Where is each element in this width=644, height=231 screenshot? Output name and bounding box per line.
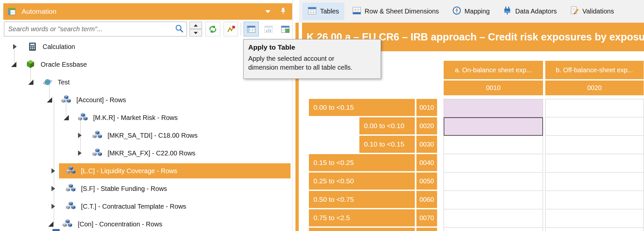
tree-item-sf-stable-funding[interactable]: [S.F] - Stable Funding - Rows	[3, 180, 292, 197]
table-cell[interactable]	[545, 136, 644, 154]
spinner-down-icon[interactable]	[190, 29, 202, 36]
table-cell[interactable]	[444, 173, 543, 191]
tree-item-label: [MKR_SA_FX] - C22.00 Rows	[108, 150, 195, 157]
dimension-icon	[92, 130, 103, 140]
partial-tree-icon	[52, 229, 60, 231]
expander-icon[interactable]	[48, 221, 53, 227]
row-header[interactable]: 0.15 to <0.25	[309, 154, 415, 171]
table-cell[interactable]	[545, 228, 644, 231]
row-header[interactable]: 0.00 to <0.15	[309, 99, 415, 116]
search-input[interactable]	[4, 25, 175, 33]
application-window: Automation	[0, 0, 644, 231]
tab-data-adaptors[interactable]: Data Adaptors	[497, 3, 562, 20]
column-code-a[interactable]: 0010	[444, 81, 543, 95]
table-cell-focused[interactable]	[444, 117, 543, 136]
expander-icon[interactable]	[51, 168, 55, 173]
row-header-partial[interactable]	[309, 228, 415, 231]
table-chart-button[interactable]	[261, 22, 276, 36]
table-cell[interactable]	[444, 154, 543, 173]
expander-icon[interactable]	[78, 150, 82, 156]
apply-to-table-button[interactable]	[244, 22, 259, 36]
expander-icon[interactable]	[64, 115, 69, 120]
tree-item-mkr-sa-tdi[interactable]: [MKR_SA_TDI] - C18.00 Rows	[3, 127, 292, 144]
refresh-button[interactable]	[205, 22, 220, 36]
row-header[interactable]: 0.75 to <2.5	[309, 209, 415, 226]
row-code[interactable]: 0060	[416, 191, 437, 208]
automation-panel-titlebar: Automation	[3, 3, 292, 20]
tree-item-label: [C.T.] - Contractual Template - Rows	[81, 203, 186, 210]
row-header[interactable]: 0.50 to <0.75	[309, 191, 415, 208]
panel-title: Automation	[22, 8, 56, 15]
table-cell[interactable]	[444, 136, 543, 154]
column-code-b[interactable]: 0020	[545, 81, 644, 95]
column-header-a[interactable]: a. On-balance sheet exp...	[444, 61, 543, 79]
search-spinner	[190, 22, 202, 36]
table-cell[interactable]	[545, 99, 644, 117]
table-cell[interactable]	[444, 228, 543, 231]
tab-tables[interactable]: Tables	[302, 3, 344, 20]
row-code[interactable]: 0070	[416, 209, 437, 226]
dimension-icon	[78, 113, 89, 123]
dimension-icon	[92, 148, 103, 158]
tree-item-mkr-market-risk[interactable]: [M.K.R] - Market Risk - Rows	[3, 109, 292, 127]
table-cell[interactable]	[444, 99, 543, 117]
table-cell[interactable]	[545, 117, 644, 136]
tab-mapping[interactable]: Mapping	[447, 3, 495, 20]
apply-to-table-tooltip: Apply to Table Apply the selected accoun…	[243, 39, 381, 79]
expander-icon[interactable]	[28, 80, 33, 85]
search-icon[interactable]	[175, 24, 184, 35]
expander-icon[interactable]	[78, 133, 82, 138]
table-cell[interactable]	[545, 191, 644, 209]
apply-to-sheet-button[interactable]	[278, 22, 292, 36]
tree-item-ct-contractual-template[interactable]: [C.T.] - Contractual Template - Rows	[3, 197, 292, 215]
row-code[interactable]: 0050	[416, 173, 437, 190]
tab-validations[interactable]: Validations	[565, 3, 619, 20]
expander-icon[interactable]	[51, 204, 55, 209]
search-box	[4, 22, 187, 36]
row-header[interactable]: 0.10 to <0.15	[359, 136, 415, 153]
breakpoint-button[interactable]	[224, 22, 238, 36]
tree-item-lc-liquidity-coverage[interactable]: [L.C] - Liquidity Coverage - Rows	[3, 162, 292, 180]
spinner-up-icon[interactable]	[190, 22, 202, 29]
table-cell[interactable]	[545, 173, 644, 191]
tab-label: Tables	[320, 8, 339, 15]
calculator-icon	[28, 42, 38, 52]
expander-icon[interactable]	[11, 62, 16, 67]
tree-item-account-rows[interactable]: [Account] - Rows	[3, 91, 292, 109]
row-code-partial[interactable]	[416, 228, 437, 231]
tree-item-label: Calculation	[43, 43, 75, 51]
table-cell[interactable]	[545, 154, 644, 173]
tree-item-label: Test	[58, 79, 70, 86]
expander-icon[interactable]	[47, 97, 52, 103]
tables-icon	[308, 6, 317, 17]
expander-icon[interactable]	[51, 186, 55, 191]
row-sheet-dimensions-icon	[352, 6, 361, 17]
expander-icon[interactable]	[13, 44, 17, 49]
row-code[interactable]: 0020	[416, 117, 437, 134]
table-cell[interactable]	[444, 209, 543, 228]
chevron-down-icon[interactable]	[265, 10, 271, 13]
pin-icon[interactable]	[279, 7, 287, 16]
tree-item-mkr-sa-fx[interactable]: [MKR_SA_FX] - C22.00 Rows	[3, 144, 292, 162]
tooltip-title: Apply to Table	[248, 43, 376, 51]
table-chart-icon	[264, 24, 273, 34]
table-cell[interactable]	[545, 209, 644, 228]
mapping-compass-icon	[452, 6, 461, 17]
dimension-icon	[66, 201, 76, 211]
tab-label: Validations	[582, 8, 614, 15]
tree-item-con-concentration[interactable]: [Con] - Concentration - Rows	[3, 215, 292, 231]
row-header[interactable]: 0.25 to <0.50	[309, 173, 415, 190]
table-cell[interactable]	[444, 191, 543, 209]
cube-icon	[26, 59, 36, 69]
tab-row-sheet-dimensions[interactable]: Row & Sheet Dimensions	[347, 3, 444, 20]
dimension-icon	[66, 166, 76, 176]
table-apply-sheet-icon	[280, 24, 290, 34]
row-header[interactable]: 0.00 to <0.10	[359, 117, 415, 134]
row-code[interactable]: 0010	[416, 99, 437, 116]
row-code[interactable]: 0040	[416, 154, 437, 171]
tab-label: Mapping	[465, 8, 490, 15]
column-header-b[interactable]: b. Off-balance-sheet exp...	[545, 61, 644, 79]
breakpoint-icon	[226, 24, 236, 34]
row-code[interactable]: 0030	[416, 136, 437, 153]
dimension-icon	[66, 184, 76, 194]
